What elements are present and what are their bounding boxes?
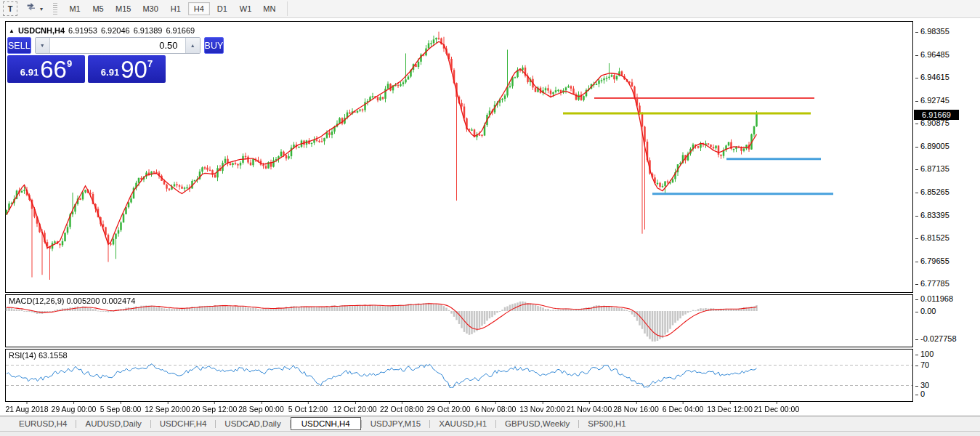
volume-decrease-button[interactable]: ▼ [36,38,50,53]
date-tick-label: 12 Oct 20:00 [333,405,376,413]
price-tick-label: 6.77785 [915,279,949,288]
price-tick-label: 6.94615 [915,73,949,81]
symbol-label: USDCNH,H4 [18,26,65,35]
dropdown-caret-icon: ▾ [40,6,43,12]
order-arrows-icon [26,3,37,15]
price-tick-label: 6.85265 [915,187,949,196]
macd-indicator-label: MACD(12,26,9) 0.005200 0.002474 [9,296,135,305]
macd-tick-label: 0.011968 [915,294,953,303]
sell-price-display[interactable]: 6.91 66 9 [7,55,85,83]
price-tick-label: 6.81525 [915,233,949,242]
date-tick-label: 21 Aug 2018 [6,405,49,413]
timeframe-button-m15[interactable]: M15 [110,2,136,15]
chart-tab-audusd-daily[interactable]: AUDUSD,Daily [76,418,150,429]
volume-increase-button[interactable]: ▲ [185,38,200,53]
date-tick-label: 13 Dec 12:00 [707,405,752,413]
chart-tab-gbpusd-weekly[interactable]: GBPUSD,Weekly [496,418,578,429]
spinner-down-icon: ▼ [40,43,45,48]
rsi-tick-label: 100 [915,350,934,358]
price-tick-label: 6.89005 [915,142,949,150]
collapse-arrow-icon: ▲ [9,28,15,34]
date-axis: 21 Aug 201829 Aug 00:005 Sep 08:0012 Sep… [5,403,913,416]
bottom-scroll-strip[interactable] [0,431,980,436]
text-tool-button[interactable]: T [3,1,17,16]
price-tick-label: 6.96485 [915,50,949,59]
spinner-up-icon: ▲ [190,43,195,48]
date-tick-label: 5 Sep 08:00 [100,405,142,413]
timeframe-toolbar: M1M5M15M30H1H4D1W1MN [63,0,281,18]
chart-tab-usdchf-h4[interactable]: USDCHF,H4 [151,418,216,429]
rsi-tick-label: 70 [915,360,929,369]
sell-button[interactable]: SELL [7,37,31,54]
date-tick-label: 20 Sep 12:00 [192,405,237,413]
date-tick-label: 22 Oct 08:00 [380,405,424,413]
open-value: 6.91953 [68,26,97,35]
buy-price-display[interactable]: 6.91 90 7 [88,55,166,83]
timeframe-button-d1[interactable]: D1 [211,2,233,15]
chart-tab-usdcad-daily[interactable]: USDCAD,Daily [216,418,289,429]
volume-input[interactable] [50,38,185,53]
date-tick-label: 6 Dec 04:00 [663,405,704,413]
price-tick-label: 6.98355 [915,27,949,36]
date-tick-label: 21 Nov 04:00 [567,405,612,413]
timeframe-button-h4[interactable]: H4 [188,2,210,15]
macd-tick-label: 0.00 [915,307,936,315]
close-value: 6.91669 [166,26,195,35]
chart-tab-sp500-h1[interactable]: SP500,H1 [579,418,634,429]
date-tick-label: 5 Oct 12:00 [288,405,328,413]
chart-tab-usdcnh-h4[interactable]: USDCNH,H4 [291,417,361,430]
date-tick-label: 13 Nov 20:00 [519,405,564,413]
date-tick-label: 21 Dec 00:00 [754,405,799,413]
date-tick-label: 28 Sep 00:00 [238,405,283,413]
chart-tab-bar: EURUSD,H4AUDUSD,DailyUSDCHF,H4USDCAD,Dai… [0,416,980,431]
mt4-terminal-window: T ▾ M1M5M15M30H1H4D1W1MN ▲ USDCNH,H4 6.9… [0,0,980,436]
current-price-tag: 6.91669 [914,110,959,120]
volume-stepper: ▼ ▲ [35,37,201,54]
chart-tab-xauusd-h1[interactable]: XAUUSD,H1 [430,418,495,429]
buy-price-main: 90 [121,59,147,81]
toolbar-separator [287,1,288,16]
sell-price-prefix: 6.91 [20,67,39,78]
macd-tick-label: -0.027758 [915,334,957,343]
sell-price-pip: 9 [67,58,72,69]
toolbar-grip-handle[interactable] [53,3,57,15]
timeframe-button-m30[interactable]: M30 [137,2,163,15]
low-value: 6.91389 [134,26,163,35]
price-axis: 6.983556.964856.946156.927456.908756.890… [914,21,980,403]
symbol-ohlc-line: ▲ USDCNH,H4 6.91953 6.92046 6.91389 6.91… [9,26,195,35]
date-tick-label: 28 Nov 16:00 [613,405,658,413]
date-tick-label: 12 Sep 20:00 [145,405,190,413]
timeframe-button-mn[interactable]: MN [258,2,280,15]
order-arrows-button[interactable]: ▾ [23,1,46,16]
high-value: 6.92046 [101,26,130,35]
buy-price-pip: 7 [147,58,153,69]
timeframe-button-h1[interactable]: H1 [165,2,187,15]
chart-tab-usdjpy-m15[interactable]: USDJPY,M15 [362,418,429,429]
one-click-trading-panel: SELL ▼ ▲ BUY 6.91 66 9 6.91 90 7 [7,37,166,83]
price-tick-label: 6.87135 [915,164,949,173]
timeframe-button-m5[interactable]: M5 [87,2,109,15]
rsi-tick-label: 0 [915,389,925,398]
rsi-tick-label: 30 [915,381,929,389]
date-tick-label: 29 Aug 00:00 [52,405,97,413]
rsi-indicator-label: RSI(14) 63.1558 [9,351,68,360]
date-tick-label: 6 Nov 08:00 [475,405,517,413]
price-tick-label: 6.79655 [915,257,949,265]
date-tick-label: 29 Oct 20:00 [426,405,470,413]
buy-price-prefix: 6.91 [101,67,119,78]
chart-tab-eurusd-h4[interactable]: EURUSD,H4 [10,418,76,429]
sell-price-main: 66 [40,59,67,81]
price-tick-label: 6.92745 [915,96,949,105]
buy-button[interactable]: BUY [204,37,224,54]
price-tick-label: 6.83395 [915,211,949,219]
timeframe-button-w1[interactable]: W1 [235,2,257,15]
top-toolbar: T ▾ M1M5M15M30H1H4D1W1MN [0,0,980,18]
timeframe-button-m1[interactable]: M1 [64,2,86,15]
